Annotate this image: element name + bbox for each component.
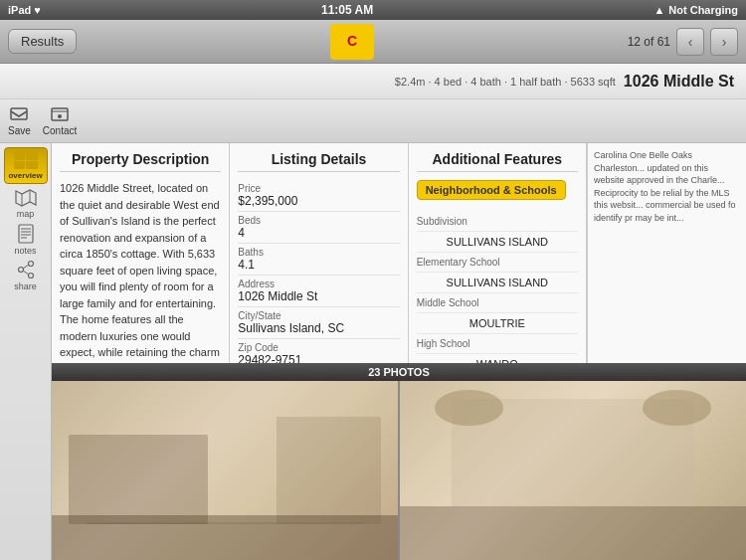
property-description-col: Property Description 1026 Middle Street,… <box>52 143 230 363</box>
right-disclaimer-col: Carolina One Belle Oaks Charleston... up… <box>587 143 746 363</box>
sidebar-tab-share[interactable]: share <box>8 260 44 291</box>
disclaimer-text: Carolina One Belle Oaks Charleston... up… <box>594 149 740 225</box>
contact-icon <box>49 105 71 123</box>
detail-city-state: City/State Sullivans Island, SC <box>238 307 399 339</box>
nav-count: 12 of 61 <box>628 35 670 49</box>
svg-point-13 <box>18 268 23 273</box>
left-sidebar: overview map notes <box>0 143 52 560</box>
svg-marker-4 <box>16 190 36 206</box>
sidebar-tab-notes[interactable]: notes <box>8 224 44 256</box>
svg-point-12 <box>28 262 33 267</box>
nav-area: 12 of 61 ‹ › <box>628 28 738 56</box>
detail-price: Price $2,395,000 <box>238 180 399 212</box>
photos-count-label: 23 PHOTOS <box>368 366 430 378</box>
save-button[interactable]: Save <box>8 105 31 136</box>
photo-1[interactable] <box>52 381 398 560</box>
photos-section <box>52 381 746 560</box>
svg-point-14 <box>28 274 33 279</box>
contact-button[interactable]: Contact <box>43 105 77 136</box>
detail-zip: Zip Code 29482-9751 <box>238 339 399 363</box>
company-logo: C <box>330 24 374 60</box>
nav-prev-button[interactable]: ‹ <box>676 28 704 56</box>
svg-point-3 <box>58 114 62 118</box>
ipad-label: iPad ♥ <box>8 4 41 16</box>
feature-middle-value: MOULTRIE <box>417 313 578 334</box>
not-charging-label: Not Charging <box>668 4 738 16</box>
feature-high-value: WANDO <box>417 354 578 363</box>
main-layout: overview map notes <box>0 143 746 560</box>
status-time: 11:05 AM <box>321 3 373 17</box>
status-bar: iPad ♥ 11:05 AM ▲ Not Charging <box>0 0 746 20</box>
property-subtitle: $2.4m · 4 bed · 4 bath · 1 half bath · 5… <box>395 76 616 88</box>
sidebar-tab-map[interactable]: map <box>8 188 44 220</box>
top-toolbar: Results C 12 of 61 ‹ › <box>0 20 746 64</box>
logo-area: C <box>85 24 619 60</box>
feature-subdivision: Subdivision <box>417 212 578 232</box>
status-left: iPad ♥ <box>8 4 41 16</box>
property-description-header: Property Description <box>60 151 221 172</box>
photos-bar[interactable]: 23 PHOTOS <box>52 363 746 381</box>
additional-features-header: Additional Features <box>417 151 578 172</box>
property-title-bar: $2.4m · 4 bed · 4 bath · 1 half bath · 5… <box>0 64 746 99</box>
feature-elementary-label: Elementary School <box>417 253 578 273</box>
photo-2[interactable] <box>400 381 746 560</box>
save-icon <box>8 105 30 123</box>
share-label: share <box>14 281 37 291</box>
feature-subdivision-value: SULLIVANS ISLAND <box>417 232 578 253</box>
additional-features-col: Additional Features Neighborhood & Schoo… <box>409 143 587 363</box>
status-right: ▲ Not Charging <box>653 4 738 16</box>
logo-c: C <box>347 33 357 50</box>
results-button[interactable]: Results <box>8 29 77 54</box>
listing-details-header: Listing Details <box>238 151 399 172</box>
svg-line-15 <box>23 265 29 269</box>
overview-tab-label: overview <box>7 171 45 180</box>
feature-elementary-value: SULLIVANS ISLAND <box>417 273 578 293</box>
wifi-icon: ▲ <box>653 4 664 16</box>
notes-label: notes <box>14 246 36 256</box>
three-column-section: Property Description 1026 Middle Street,… <box>52 143 746 363</box>
svg-line-16 <box>23 271 29 275</box>
detail-baths: Baths 4.1 <box>238 244 399 276</box>
listing-details-col: Listing Details Price $2,395,000 Beds 4 … <box>230 143 408 363</box>
feature-middle-label: Middle School <box>417 293 578 313</box>
feature-high-label: High School <box>417 334 578 354</box>
svg-rect-7 <box>19 225 33 243</box>
property-description-body: 1026 Middle Street, located on the quiet… <box>60 180 221 363</box>
listing-details-rows: Price $2,395,000 Beds 4 Baths 4.1 Addres… <box>238 180 399 363</box>
nav-next-button[interactable]: › <box>710 28 738 56</box>
neighborhood-schools-tab[interactable]: Neighborhood & Schools <box>417 180 566 200</box>
contact-label: Contact <box>43 125 77 136</box>
sidebar-tab-overview[interactable]: overview <box>4 147 48 184</box>
svg-rect-0 <box>11 108 27 119</box>
save-label: Save <box>8 125 31 136</box>
detail-address: Address 1026 Middle St <box>238 276 399 307</box>
detail-beds: Beds 4 <box>238 212 399 244</box>
second-toolbar: Save Contact <box>0 99 746 143</box>
content-area: Property Description 1026 Middle Street,… <box>52 143 746 560</box>
neighborhood-tab-area: Neighborhood & Schools <box>417 180 578 206</box>
map-label: map <box>17 209 35 219</box>
property-title: 1026 Middle St <box>624 73 734 91</box>
